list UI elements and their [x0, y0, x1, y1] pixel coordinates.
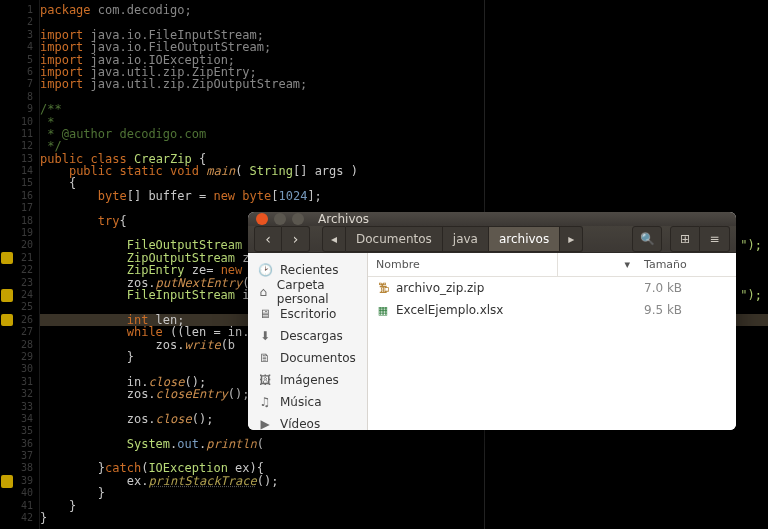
- sidebar-item-label: Escritorio: [280, 307, 336, 321]
- search-button[interactable]: 🔍: [632, 226, 662, 252]
- back-button[interactable]: ‹: [254, 226, 282, 252]
- sidebar-item[interactable]: ⌂Carpeta personal: [248, 281, 367, 303]
- column-name[interactable]: Nombre: [368, 253, 558, 276]
- column-headers[interactable]: Nombre ▾ Tamaño: [368, 253, 736, 277]
- column-sort-indicator[interactable]: ▾: [558, 253, 636, 276]
- sidebar-item[interactable]: 🗎Documentos: [248, 347, 367, 369]
- file-size: 7.0 kB: [636, 281, 736, 295]
- warning-marker-icon: [1, 475, 13, 487]
- editor-gutter: 1234567891011121314151617181920212223242…: [0, 0, 40, 529]
- toolbar: ‹ › ◂Documentosjavaarchivos▸ 🔍 ⊞ ≡: [248, 226, 736, 253]
- code-line[interactable]: }: [40, 487, 768, 499]
- warning-marker-icon: [1, 252, 13, 264]
- view-list-button[interactable]: ≡: [700, 226, 730, 252]
- code-line[interactable]: public static void main( String[] args ): [40, 165, 768, 177]
- warning-marker-icon: [1, 289, 13, 301]
- breadcrumb-item[interactable]: Documentos: [346, 226, 443, 252]
- maximize-button[interactable]: [292, 213, 304, 225]
- file-manager-body: 🕑Recientes⌂Carpeta personal🖥Escritorio⬇D…: [248, 253, 736, 430]
- code-line[interactable]: }: [40, 500, 768, 512]
- close-button[interactable]: [256, 213, 268, 225]
- sidebar: 🕑Recientes⌂Carpeta personal🖥Escritorio⬇D…: [248, 253, 368, 430]
- code-line[interactable]: import java.util.zip.ZipOutputStream;: [40, 78, 768, 90]
- sidebar-icon: ♫: [258, 395, 272, 409]
- file-manager-window[interactable]: Archivos ‹ › ◂Documentosjavaarchivos▸ 🔍 …: [248, 212, 736, 430]
- file-name: archivo_zip.zip: [396, 281, 484, 295]
- xls-file-icon: ▦: [376, 303, 390, 317]
- sidebar-item-label: Vídeos: [280, 417, 320, 430]
- sidebar-item-label: Documentos: [280, 351, 356, 365]
- window-controls: [256, 213, 304, 225]
- sidebar-item[interactable]: 🖼Imágenes: [248, 369, 367, 391]
- warning-marker-icon: [1, 314, 13, 326]
- sidebar-item[interactable]: ⬇Descargas: [248, 325, 367, 347]
- sidebar-item[interactable]: 🖥Escritorio: [248, 303, 367, 325]
- sidebar-item-label: Imágenes: [280, 373, 339, 387]
- column-size[interactable]: Tamaño: [636, 253, 736, 276]
- file-list: 🗜archivo_zip.zip7.0 kB▦ExcelEjemplo.xlsx…: [368, 277, 736, 321]
- sidebar-icon: ▶: [258, 417, 272, 430]
- code-line[interactable]: ex.printStackTrace();: [40, 475, 768, 487]
- minimize-button[interactable]: [274, 213, 286, 225]
- view-grid-button[interactable]: ⊞: [670, 226, 700, 252]
- file-pane: Nombre ▾ Tamaño 🗜archivo_zip.zip7.0 kB▦E…: [368, 253, 736, 430]
- sidebar-icon: ⬇: [258, 329, 272, 343]
- breadcrumb-item[interactable]: archivos: [489, 226, 560, 252]
- window-title: Archivos: [318, 212, 369, 226]
- forward-button[interactable]: ›: [282, 226, 310, 252]
- sidebar-item-label: Carpeta personal: [277, 278, 357, 306]
- sidebar-item-label: Recientes: [280, 263, 338, 277]
- file-name: ExcelEjemplo.xlsx: [396, 303, 503, 317]
- window-titlebar[interactable]: Archivos: [248, 212, 736, 226]
- sidebar-item[interactable]: ▶Vídeos: [248, 413, 367, 430]
- zip-file-icon: 🗜: [376, 281, 390, 295]
- code-line[interactable]: [40, 91, 768, 103]
- code-line[interactable]: byte[] buffer = new byte[1024];: [40, 190, 768, 202]
- sidebar-icon: ⌂: [258, 285, 269, 299]
- code-line[interactable]: System.out.println(: [40, 438, 768, 450]
- sidebar-icon: 🖥: [258, 307, 272, 321]
- code-line[interactable]: {: [40, 177, 768, 189]
- code-line[interactable]: * @author decodigo.com: [40, 128, 768, 140]
- code-line[interactable]: /**: [40, 103, 768, 115]
- nav-buttons: ‹ ›: [254, 226, 310, 252]
- code-line[interactable]: }: [40, 512, 768, 524]
- breadcrumb-more[interactable]: ▸: [560, 226, 583, 252]
- file-size: 9.5 kB: [636, 303, 736, 317]
- breadcrumb: ◂Documentosjavaarchivos▸: [322, 226, 624, 252]
- breadcrumb-root[interactable]: ◂: [322, 226, 346, 252]
- file-row[interactable]: ▦ExcelEjemplo.xlsx9.5 kB: [368, 299, 736, 321]
- column-name-label: Nombre: [376, 258, 420, 271]
- sidebar-icon: 🗎: [258, 351, 272, 365]
- sidebar-item-label: Descargas: [280, 329, 343, 343]
- sidebar-icon: 🕑: [258, 263, 272, 277]
- code-line[interactable]: package com.decodigo;: [40, 4, 768, 16]
- file-row[interactable]: 🗜archivo_zip.zip7.0 kB: [368, 277, 736, 299]
- sidebar-icon: 🖼: [258, 373, 272, 387]
- sidebar-item[interactable]: ♫Música: [248, 391, 367, 413]
- sidebar-item-label: Música: [280, 395, 322, 409]
- breadcrumb-item[interactable]: java: [443, 226, 489, 252]
